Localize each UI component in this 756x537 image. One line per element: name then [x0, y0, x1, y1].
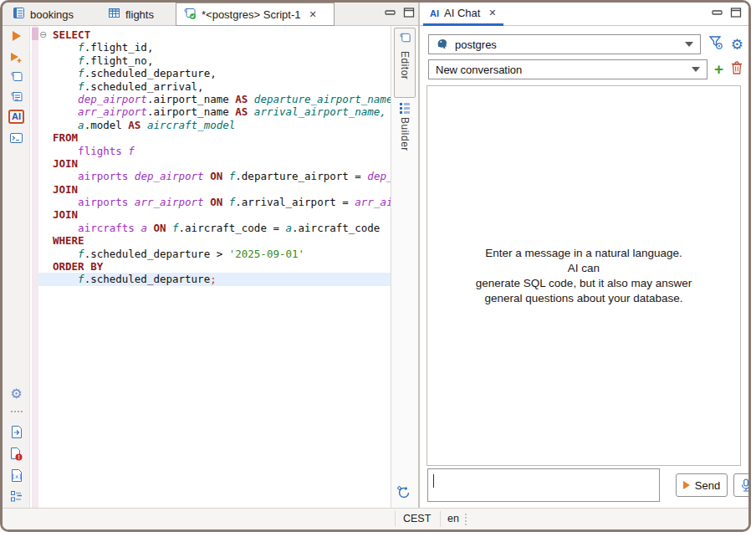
code-line[interactable]: dep_airport.airport_name AS departure_ai… — [38, 93, 391, 105]
close-icon[interactable]: ✕ — [309, 9, 317, 20]
tab-bookings[interactable]: bookings — [6, 3, 80, 26]
gear-icon: ⚙ — [10, 387, 22, 401]
funnel-gear-icon — [707, 34, 724, 51]
console-icon — [9, 132, 23, 144]
status-separator — [395, 511, 396, 527]
sql-console-button[interactable] — [3, 132, 30, 144]
svg-text:[x]: [x] — [11, 473, 22, 480]
refresh-icon — [396, 484, 412, 501]
hint-text: Enter a message in a natural language.AI… — [476, 246, 692, 306]
send-label: Send — [695, 479, 720, 492]
filter-connections-button[interactable] — [707, 34, 724, 54]
templates-button[interactable]: [x] — [3, 468, 30, 483]
tab-ai-chat[interactable]: AI AI Chat ✕ — [423, 3, 503, 26]
app-window: bookings flights *<postgres> Script-1 ✕ — [0, 0, 751, 532]
connection-select[interactable]: postgres — [428, 34, 701, 54]
execute-new-tab-button[interactable] — [3, 51, 30, 64]
trash-icon — [730, 60, 743, 75]
outline-icon — [10, 490, 23, 503]
sql-editor[interactable]: ⊖SELECT f.flight_id, f.flight_no, f.sche… — [30, 26, 391, 508]
delete-conversation-button[interactable] — [730, 60, 743, 79]
ai-assistant-button[interactable]: AI — [3, 110, 30, 124]
fold-minus-icon[interactable]: ⊖ — [39, 28, 47, 41]
message-input-row: Send — [427, 468, 745, 502]
code-line[interactable]: ORDER BY — [38, 260, 391, 273]
ai-icon: AI — [8, 110, 24, 124]
voice-input-button[interactable] — [733, 473, 751, 497]
play-icon — [13, 31, 21, 41]
tab-editor-vertical[interactable]: Editor — [394, 28, 416, 98]
code-line[interactable]: airports arr_airport ON f.arrival_airpor… — [38, 196, 391, 208]
code-line[interactable]: JOIN — [38, 157, 391, 170]
script-icon — [10, 70, 23, 84]
tab-script-active[interactable]: *<postgres> Script-1 ✕ — [176, 3, 335, 26]
ai-settings-button[interactable]: ⚙ — [731, 38, 743, 52]
report-icon — [13, 7, 25, 22]
script-check-icon — [183, 7, 197, 23]
conversation-area: Enter a message in a natural language.AI… — [427, 85, 741, 466]
code-line[interactable]: a.model AS aircraft_model — [38, 119, 391, 131]
code-line[interactable]: JOIN — [38, 208, 391, 221]
minimize-button[interactable] — [712, 8, 723, 18]
tab-label: Editor — [399, 51, 411, 79]
maximize-button[interactable] — [403, 8, 415, 18]
svg-text:!: ! — [18, 454, 19, 460]
send-play-icon — [683, 481, 690, 489]
minimize-button[interactable] — [385, 8, 396, 18]
tab-label: AI Chat — [444, 7, 480, 19]
script-lines-icon — [10, 90, 23, 104]
export-script-button[interactable] — [3, 425, 30, 439]
microphone-icon — [740, 478, 752, 493]
tab-builder-vertical[interactable]: Builder — [394, 103, 416, 151]
tab-label: bookings — [30, 8, 74, 21]
code-line[interactable]: f.scheduled_departure, — [38, 67, 391, 79]
toolbar-separator — [3, 411, 30, 412]
document-arrow-icon — [10, 425, 23, 439]
tab-label: Builder — [399, 117, 411, 151]
editor-tab-bar: bookings flights *<postgres> Script-1 ✕ — [3, 3, 418, 26]
settings-button[interactable]: ⚙ — [3, 387, 30, 401]
code-line[interactable]: JOIN — [38, 183, 391, 196]
code-line[interactable]: WHERE — [38, 234, 391, 247]
problems-button[interactable]: ! — [3, 447, 30, 462]
code-line[interactable]: f.flight_no, — [38, 54, 391, 67]
close-icon[interactable]: ✕ — [488, 8, 496, 18]
explain-plan-button[interactable] — [3, 90, 30, 104]
code-line[interactable]: f.flight_id, — [38, 41, 391, 54]
code-line[interactable]: f.scheduled_departure; — [38, 273, 391, 285]
document-error-icon: ! — [9, 447, 23, 462]
code-line[interactable]: ⊖SELECT — [38, 28, 391, 41]
code-line[interactable]: aircrafts a ON f.aircraft_code = a.aircr… — [38, 222, 391, 234]
tab-label: flights — [125, 8, 154, 21]
outline-button[interactable] — [3, 490, 30, 503]
chevron-down-icon — [692, 67, 700, 72]
message-input[interactable] — [427, 468, 660, 502]
gear-icon: ⚙ — [731, 37, 743, 53]
timezone-label: CEST — [403, 513, 431, 524]
code-line[interactable]: f.scheduled_departure > '2025-09-01' — [38, 248, 391, 260]
execute-statement-button[interactable] — [3, 31, 30, 41]
maximize-button[interactable] — [730, 8, 742, 18]
code-line[interactable]: airports dep_airport ON f.departure_airp… — [38, 170, 391, 182]
tab-flights[interactable]: flights — [101, 3, 161, 26]
script-icon — [399, 32, 411, 48]
tab-label: *<postgres> Script-1 — [202, 8, 301, 21]
code-line[interactable]: f.scheduled_arrival, — [38, 80, 391, 93]
code-line[interactable]: FROM — [38, 131, 391, 144]
document-brackets-icon: [x] — [10, 468, 23, 483]
execute-script-button[interactable] — [3, 70, 30, 84]
ruler-mark — [32, 28, 38, 40]
builder-icon — [400, 103, 410, 114]
left-toolbar: AI ⚙ ! [x] — [3, 26, 30, 508]
send-button[interactable]: Send — [676, 473, 728, 497]
chevron-down-icon — [685, 42, 693, 47]
code-line[interactable]: arr_airport.airport_name AS arrival_airp… — [38, 105, 391, 118]
grip-dots[interactable] — [465, 514, 467, 525]
code-line[interactable]: flights f — [38, 145, 391, 157]
code-lines[interactable]: ⊖SELECT f.flight_id, f.flight_no, f.sche… — [38, 28, 391, 508]
refresh-button[interactable] — [396, 484, 412, 504]
conversation-select[interactable]: New conversation — [428, 59, 707, 79]
language-label[interactable]: en — [447, 513, 459, 524]
new-conversation-button[interactable]: + — [714, 63, 723, 76]
ai-icon: AI — [430, 8, 439, 18]
